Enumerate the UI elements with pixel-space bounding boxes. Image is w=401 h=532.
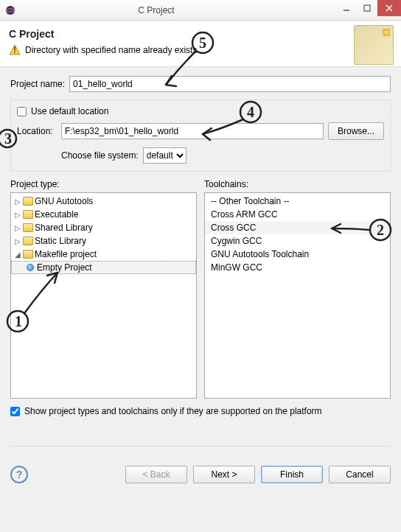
svg-text:!: !: [13, 45, 16, 55]
folder-icon: [23, 197, 33, 206]
toolchains-list[interactable]: -- Other Toolchain -- Cross ARM GCC Cros…: [204, 192, 391, 399]
toolchain-mingw-gcc[interactable]: MinGW GCC: [205, 261, 390, 274]
tree-item-shared-library[interactable]: ▷Shared Library: [11, 221, 196, 234]
wizard-banner-image: [354, 25, 394, 65]
browse-button[interactable]: Browse...: [328, 122, 384, 140]
warning-text: Directory with specified name already ex…: [25, 45, 200, 55]
maximize-button[interactable]: [357, 0, 377, 16]
toolchains-label: Toolchains:: [204, 179, 391, 189]
help-button[interactable]: ?: [10, 466, 28, 483]
tree-item-empty-project[interactable]: Empty Project: [11, 261, 196, 274]
use-default-location-checkbox[interactable]: [17, 107, 27, 116]
next-button[interactable]: Next >: [193, 466, 255, 483]
filter-supported-checkbox[interactable]: [10, 407, 20, 416]
window-title: C Project: [21, 5, 336, 15]
warning-icon: !: [9, 44, 21, 56]
minimize-button[interactable]: [336, 0, 357, 16]
tree-item-makefile-project[interactable]: ◢Makefile project: [11, 248, 196, 261]
page-title: C Project: [9, 28, 392, 40]
toolchain-gnu-autotools[interactable]: GNU Autotools Toolchain: [205, 248, 390, 261]
filesystem-label: Choose file system:: [61, 150, 139, 161]
project-name-label: Project name:: [10, 79, 65, 89]
cancel-button[interactable]: Cancel: [329, 466, 391, 483]
filter-supported-label: Show project types and toolchains only i…: [24, 406, 322, 416]
project-icon: [27, 264, 34, 271]
back-button[interactable]: < Back: [125, 466, 187, 483]
eclipse-icon: [4, 4, 16, 16]
toolchain-other[interactable]: -- Other Toolchain --: [205, 195, 390, 208]
location-input[interactable]: [61, 123, 324, 139]
toolchain-cross-arm-gcc[interactable]: Cross ARM GCC: [205, 208, 390, 221]
tree-item-gnu-autotools[interactable]: ▷GNU Autotools: [11, 195, 196, 208]
filesystem-select[interactable]: default: [143, 147, 186, 164]
folder-icon: [23, 210, 33, 219]
location-label: Location:: [17, 126, 57, 136]
tree-item-static-library[interactable]: ▷Static Library: [11, 234, 196, 248]
close-button[interactable]: [377, 0, 401, 16]
svg-point-0: [6, 6, 15, 15]
svg-rect-3: [364, 5, 370, 11]
project-type-tree[interactable]: ▷GNU Autotools ▷Executable ▷Shared Libra…: [10, 192, 197, 399]
folder-icon: [23, 223, 33, 232]
folder-icon: [23, 250, 33, 259]
project-name-input[interactable]: [69, 76, 391, 92]
use-default-location-label: Use default location: [31, 106, 108, 116]
project-type-label: Project type:: [10, 179, 197, 189]
toolchain-cygwin-gcc[interactable]: Cygwin GCC: [205, 234, 390, 248]
finish-button[interactable]: Finish: [261, 466, 323, 483]
tree-item-executable[interactable]: ▷Executable: [11, 208, 196, 221]
folder-icon: [23, 237, 33, 245]
toolchain-cross-gcc[interactable]: Cross GCC: [205, 221, 390, 234]
